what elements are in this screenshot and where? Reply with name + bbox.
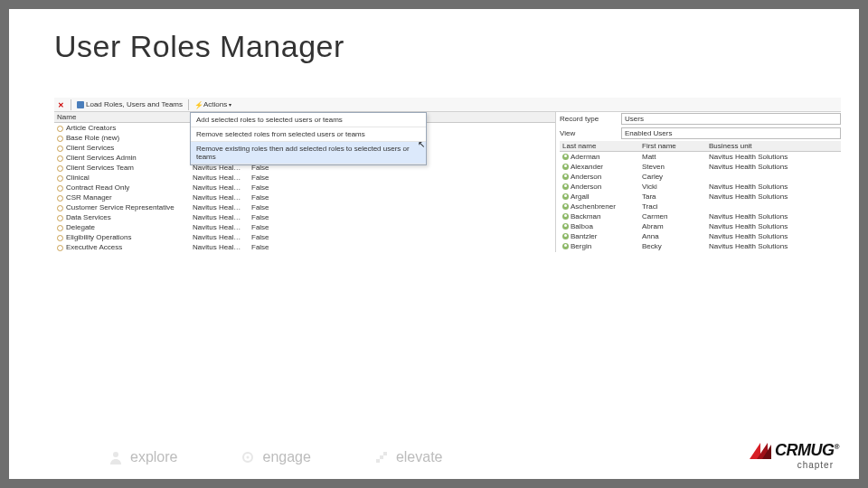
role-name: Clinical (66, 174, 90, 182)
user-row[interactable]: BerginBeckyNavitus Health Solutions (560, 241, 841, 251)
role-icon (57, 214, 64, 221)
user-last: Anderson (571, 183, 601, 191)
role-name: Delegate (66, 223, 95, 231)
panels: Name Article CreatorsBase Role (new)Clie… (54, 112, 841, 252)
user-row[interactable]: AndersonVickiNavitus Health Solutions (560, 182, 841, 192)
role-row[interactable]: Eligibility OperationsNavitus Health …Fa… (54, 232, 555, 242)
col-businessunit[interactable]: Business unit (706, 141, 841, 151)
role-row[interactable]: Customer Service RepresentativeNavitus H… (54, 202, 555, 212)
user-row[interactable]: BalboaAbramNavitus Health Solutions (560, 221, 841, 231)
role-row[interactable]: CSR ManagerNavitus Health …False (54, 192, 555, 202)
users-header-row: Last name First name Business unit (560, 141, 841, 152)
role-bu: Navitus Health … (190, 242, 244, 252)
role-custom: False (249, 173, 289, 183)
role-name: Data Services (66, 213, 111, 221)
role-custom: False (249, 222, 289, 232)
people-icon (77, 101, 84, 108)
steps-icon (374, 450, 389, 465)
user-first: Abram (639, 221, 706, 231)
user-last: Balboa (571, 222, 593, 230)
role-row[interactable]: ClinicalNavitus Health …False (54, 173, 555, 183)
role-row[interactable]: DelegateNavitus Health …False (54, 222, 555, 232)
role-row[interactable]: Executive AccessNavitus Health …False (54, 242, 555, 252)
role-name: Article Creators (66, 124, 116, 132)
user-icon (562, 193, 569, 200)
user-row[interactable]: AschenbrenerTraci (560, 202, 841, 211)
person-icon (108, 450, 123, 465)
role-icon (57, 194, 64, 202)
role-icon (57, 145, 64, 152)
user-row[interactable]: BantzlerAnnaNavitus Health Solutions (560, 231, 841, 241)
role-row[interactable]: Data ServicesNavitus Health …False (54, 212, 555, 222)
footer-elevate: elevate (374, 449, 443, 465)
user-first: Traci (639, 202, 706, 211)
user-row[interactable]: AndersonCarley (560, 172, 841, 182)
user-first: Carmen (639, 211, 706, 221)
role-name: Client Services Admin (66, 154, 137, 162)
role-icon (57, 164, 64, 172)
user-last: Bergin (571, 242, 591, 250)
role-row[interactable]: Contract Read OnlyNavitus Health …False (54, 183, 555, 192)
svg-rect-4 (380, 455, 383, 459)
footer-explore-label: explore (130, 449, 177, 465)
user-row[interactable]: ArgallTaraNavitus Health Solutions (560, 192, 841, 202)
col-firstname[interactable]: First name (639, 141, 706, 151)
record-type-select[interactable]: Users (621, 113, 841, 125)
user-icon (562, 183, 569, 190)
brand-logo: CRMUG® chapter (750, 441, 839, 470)
record-type-row: Record type Users (560, 112, 841, 125)
user-bu: Navitus Health Solutions (706, 192, 841, 202)
users-body: AdermanMattNavitus Health SolutionsAlexa… (560, 152, 841, 251)
role-name: Customer Service Representative (66, 203, 175, 211)
user-bu: Navitus Health Solutions (706, 231, 841, 241)
load-button[interactable]: Load Roles, Users and Teams (75, 100, 184, 108)
svg-rect-5 (383, 452, 387, 455)
role-bu: Navitus Health … (190, 183, 244, 192)
col-name[interactable]: Name (54, 112, 190, 122)
user-row[interactable]: AdermanMattNavitus Health Solutions (560, 152, 841, 162)
dropdown-item-replace[interactable]: Remove existing roles then add selected … (191, 142, 426, 164)
lightning-icon: ⚡ (194, 101, 202, 108)
user-row[interactable]: AlexanderStevenNavitus Health Solutions (560, 162, 841, 172)
user-last: Aschenbrener (571, 202, 616, 211)
user-icon (562, 154, 569, 160)
role-name: Contract Read Only (66, 183, 129, 192)
actions-label: Actions (203, 100, 227, 108)
role-icon (57, 174, 64, 182)
user-last: Aderman (571, 153, 599, 161)
user-icon (562, 233, 569, 239)
user-row[interactable]: BackmanCarmenNavitus Health Solutions (560, 211, 841, 221)
user-first: Vicki (639, 182, 706, 192)
record-type-label: Record type (560, 115, 621, 123)
slide-frame: User Roles Manager ✕ Load Roles, Users a… (0, 0, 868, 488)
user-bu: Navitus Health Solutions (706, 221, 841, 231)
role-bu: Navitus Health … (190, 173, 244, 183)
user-first: Anna (639, 231, 706, 241)
role-icon (57, 244, 64, 251)
toolbar-separator (188, 99, 189, 110)
role-icon (57, 155, 64, 162)
role-name: Client Services Team (66, 164, 134, 172)
role-custom: False (249, 192, 289, 202)
role-bu: Navitus Health … (190, 222, 244, 232)
role-bu: Navitus Health … (190, 212, 244, 222)
view-row: View Enabled Users (560, 127, 841, 139)
user-icon (562, 203, 569, 210)
close-icon: ✕ (58, 101, 65, 108)
user-icon (562, 213, 569, 220)
view-select[interactable]: Enabled Users (621, 127, 841, 139)
dropdown-item-add[interactable]: Add selected roles to selected users or … (191, 113, 426, 127)
role-bu: Navitus Health … (190, 232, 244, 242)
actions-button[interactable]: ⚡ Actions ▾ (193, 100, 233, 108)
close-button[interactable]: ✕ (56, 101, 67, 108)
role-name: CSR Manager (66, 193, 112, 202)
svg-point-0 (113, 452, 118, 457)
user-last: Anderson (571, 173, 601, 181)
svg-point-2 (247, 456, 250, 459)
role-bu: Navitus Health … (190, 192, 244, 202)
logo-subtitle: chapter (797, 460, 834, 470)
col-lastname[interactable]: Last name (560, 141, 639, 151)
toolbar-separator (71, 99, 71, 110)
dropdown-item-remove[interactable]: Remove selected roles from selected user… (191, 127, 426, 142)
logo-mark-icon (750, 443, 771, 459)
